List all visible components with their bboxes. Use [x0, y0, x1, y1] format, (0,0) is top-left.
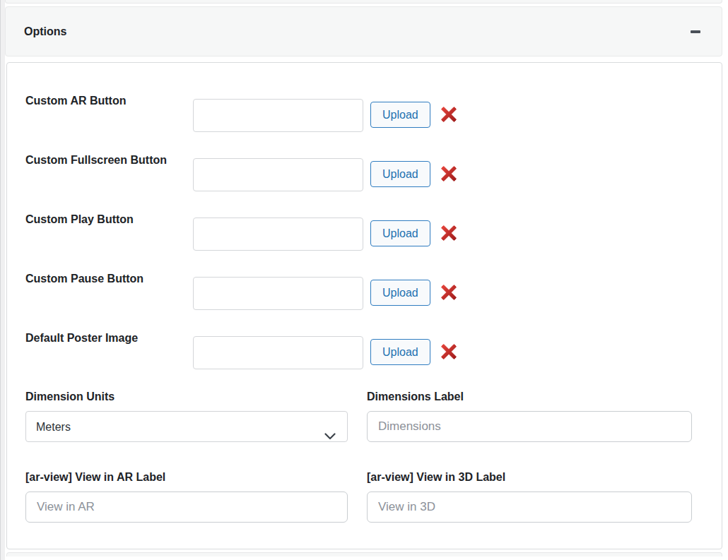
custom-fullscreen-button-upload-button[interactable]: Upload	[370, 161, 430, 187]
custom-pause-button-upload-button[interactable]: Upload	[370, 280, 430, 306]
dimension-units-select[interactable]: Meters	[25, 411, 348, 442]
view-in-ar-label: [ar-view] View in AR Label	[25, 470, 348, 484]
red-cross-icon[interactable]	[439, 164, 459, 184]
red-cross-icon[interactable]	[439, 223, 459, 243]
default-poster-image-input[interactable]	[193, 336, 363, 369]
metabox-stack: Options Custom AR Button Upload Custom F…	[5, 0, 722, 556]
red-cross-icon[interactable]	[439, 342, 459, 362]
ar-view-labels-row: [ar-view] View in AR Label [ar-view] Vie…	[25, 470, 693, 523]
custom-pause-button-label: Custom Pause Button	[25, 271, 193, 287]
dimensions-label-field: Dimensions Label	[367, 390, 692, 442]
custom-play-button-row: Custom Play Button Upload	[25, 212, 693, 251]
custom-play-button-upload-button[interactable]: Upload	[370, 220, 430, 246]
dimension-units-select-wrap: Meters	[25, 421, 348, 433]
view-in-ar-input[interactable]	[25, 492, 348, 523]
custom-ar-button-row: Custom AR Button Upload	[25, 93, 693, 132]
options-panel-body: Custom AR Button Upload Custom Fullscree…	[6, 62, 722, 549]
red-cross-icon[interactable]	[439, 105, 459, 124]
dimensions-label-input[interactable]	[367, 411, 692, 442]
dimensions-row: Dimension Units Meters Dimensions Label	[25, 390, 693, 442]
custom-fullscreen-button-label: Custom Fullscreen Button	[25, 153, 193, 168]
default-poster-image-row: Default Poster Image Upload	[25, 330, 693, 369]
default-poster-image-upload-button[interactable]: Upload	[370, 339, 430, 365]
view-in-3d-field: [ar-view] View in 3D Label	[367, 470, 692, 523]
default-poster-image-label: Default Poster Image	[25, 330, 193, 346]
panel-title: Options	[24, 25, 66, 38]
dimensions-label-label: Dimensions Label	[367, 390, 692, 404]
red-cross-icon[interactable]	[439, 282, 459, 302]
dimension-units-label: Dimension Units	[25, 390, 348, 404]
minus-icon	[691, 30, 700, 33]
next-box-edge	[6, 552, 722, 556]
custom-ar-button-upload-button[interactable]: Upload	[370, 102, 430, 128]
view-in-3d-input[interactable]	[367, 492, 692, 523]
page-left-gutter	[0, 0, 5, 560]
custom-play-button-input[interactable]	[193, 218, 363, 251]
custom-ar-button-input[interactable]	[193, 99, 363, 132]
previous-box-edge	[5, 0, 722, 4]
collapse-toggle-button[interactable]	[685, 21, 706, 42]
custom-ar-button-label: Custom AR Button	[25, 93, 193, 109]
view-in-ar-field: [ar-view] View in AR Label	[25, 470, 348, 523]
custom-fullscreen-button-input[interactable]	[193, 158, 363, 191]
options-panel-header: Options	[5, 6, 722, 56]
custom-pause-button-row: Custom Pause Button Upload	[25, 271, 693, 310]
dimension-units-field: Dimension Units Meters	[25, 390, 348, 442]
view-in-3d-label: [ar-view] View in 3D Label	[367, 470, 692, 484]
custom-fullscreen-button-row: Custom Fullscreen Button Upload	[25, 153, 693, 191]
upload-fields-group: Custom AR Button Upload Custom Fullscree…	[25, 93, 693, 369]
custom-pause-button-input[interactable]	[193, 277, 363, 310]
custom-play-button-label: Custom Play Button	[25, 212, 193, 227]
